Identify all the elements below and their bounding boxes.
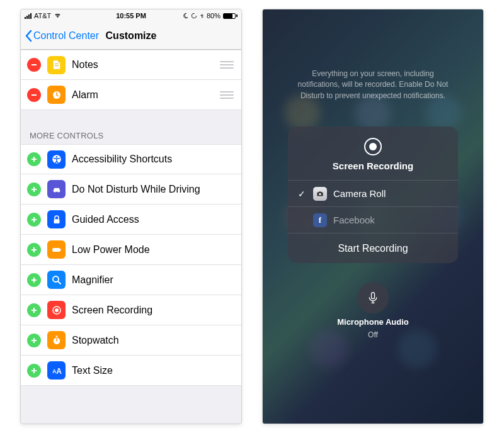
control-row-rec: Screen Recording [21,295,241,325]
control-row-lpm: Low Power Mode [21,235,241,265]
stopwatch-icon [47,331,66,349]
add-button[interactable] [27,364,41,378]
destination-option-camroll[interactable]: ✓Camera Roll [288,180,458,206]
control-label: Screen Recording [72,305,234,316]
controls-list[interactable]: NotesAlarm MORE CONTROLS Accessibility S… [21,50,241,424]
svg-rect-29 [32,370,37,371]
control-label: Notes [72,59,214,70]
svg-rect-12 [32,219,37,220]
destination-label: Facebook [333,215,375,225]
add-button[interactable] [27,273,41,287]
section-header-more: MORE CONTROLS [21,116,241,144]
settings-screen: AT&T 10:55 PM 80% Control Center Customi… [20,9,242,424]
svg-text:A: A [52,368,56,374]
destination-option-fb[interactable]: fFacebook [288,206,458,233]
svg-rect-13 [54,219,59,223]
record-icon [47,301,66,319]
control-label: Alarm [72,89,214,101]
carrier-label: AT&T [34,12,51,20]
control-row-acc: Accessibility Shortcuts [21,144,241,174]
accessibility-icon [47,150,66,169]
wifi-icon [54,13,62,19]
battery-icon [223,13,238,19]
mic-state: Off [368,330,378,339]
record-icon [364,138,382,155]
svg-point-10 [58,191,59,192]
control-label: Do Not Disturb While Driving [72,184,234,195]
mic-toggle-button[interactable] [357,282,389,313]
nav-bar: Control Center Customize [21,22,241,50]
add-button[interactable] [27,303,41,317]
control-row-dnd: Do Not Disturb While Driving [21,174,241,205]
drag-handle-icon[interactable] [220,61,234,69]
drag-handle-icon[interactable] [220,91,234,99]
checkmark-icon: ✓ [297,189,307,199]
remove-button[interactable] [27,88,41,102]
mic-label: Microphone Audio [337,317,409,327]
control-label: Magnifier [72,274,234,286]
car-icon [47,180,66,198]
mic-section: Microphone Audio Off [337,282,409,339]
start-recording-button[interactable]: Start Recording [288,233,458,263]
battery-icon [47,240,66,259]
svg-rect-22 [32,310,37,311]
svg-point-24 [55,308,59,312]
svg-rect-15 [32,249,37,250]
bluetooth-icon [200,13,204,20]
svg-rect-26 [32,340,37,341]
svg-rect-16 [52,248,60,252]
add-button[interactable] [27,243,41,257]
clock-icon [47,86,66,104]
textsize-icon: AA [47,361,66,380]
facebook-icon: f [313,213,327,227]
destination-label: Camera Roll [333,188,386,199]
status-bar: AT&T 10:55 PM 80% [21,9,241,22]
control-row-text: AAText Size [21,356,241,386]
lock-icon [47,210,66,228]
control-label: Low Power Mode [72,244,234,256]
svg-rect-1 [32,94,37,96]
control-label: Stopwatch [72,335,234,346]
control-label: Accessibility Shortcuts [72,154,234,165]
camera-icon [313,187,327,201]
svg-point-32 [319,193,321,196]
signal-icon [25,13,32,19]
control-row-guided: Guided Access [21,205,241,235]
screen-recording-panel: Everything on your screen, including not… [262,9,484,424]
svg-point-9 [54,191,55,192]
add-button[interactable] [27,152,41,166]
microphone-icon [367,290,379,305]
moon-icon [182,13,188,19]
remove-button[interactable] [27,58,41,72]
page-title: Customize [21,30,241,42]
battery-label: 80% [207,12,220,20]
svg-rect-17 [60,249,61,250]
add-button[interactable] [27,183,41,196]
recording-card: Screen Recording ✓Camera RollfFacebook S… [288,127,458,263]
add-button[interactable] [27,334,41,347]
control-row-sw: Stopwatch [21,325,241,356]
svg-rect-19 [32,279,37,281]
svg-text:A: A [56,367,62,376]
svg-rect-33 [372,293,375,299]
add-button[interactable] [27,213,41,227]
control-row-mag: Magnifier [21,265,241,295]
control-row-alarm: Alarm [21,80,241,110]
recording-title: Screen Recording [333,160,413,171]
control-label: Guided Access [72,214,234,225]
search-icon [47,271,66,289]
hint-text: Everything on your screen, including not… [291,69,455,101]
svg-rect-8 [32,189,37,190]
svg-point-6 [55,156,57,157]
control-label: Text Size [72,365,234,376]
note-icon [47,56,66,74]
svg-rect-0 [32,64,37,65]
lock-icon [191,13,197,19]
svg-rect-4 [32,159,37,160]
control-row-notes: Notes [21,50,241,80]
